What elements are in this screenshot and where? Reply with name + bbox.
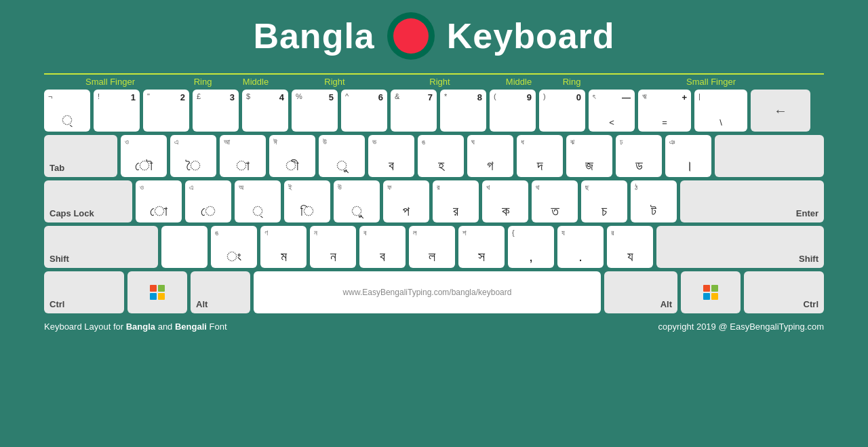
key-6[interactable]: ^ 6: [341, 90, 387, 132]
key-8[interactable]: * 8: [440, 90, 486, 132]
page-footer: Keyboard Layout for Bangla and Bengali F…: [44, 322, 824, 332]
key-shift-right[interactable]: Shift: [656, 226, 824, 268]
key-l[interactable]: ত থ: [532, 180, 578, 222]
key-1[interactable]: ! 1: [94, 90, 140, 132]
key-a[interactable]: ো ও: [136, 180, 182, 222]
key-y[interactable]: ব ভ: [368, 135, 414, 177]
page-header: Bangla Keyboard: [253, 12, 614, 60]
key-t[interactable]: ু উ: [319, 135, 365, 177]
key-s[interactable]: ে এ: [185, 180, 231, 222]
key-j[interactable]: র র: [433, 180, 479, 222]
key-capslock[interactable]: Caps Lock: [44, 180, 132, 222]
keyboard: ¬ ্ ! 1 " 2 £ 3 $ 4 % 5 ^ 6: [44, 90, 824, 313]
key-2[interactable]: " 2: [143, 90, 189, 132]
key-k[interactable]: ক খ: [482, 180, 528, 222]
title-left: Bangla: [253, 16, 374, 56]
key-enter-top[interactable]: [715, 135, 824, 177]
key-alt-right[interactable]: Alt: [604, 271, 677, 313]
key-shift-left[interactable]: Shift: [44, 226, 158, 268]
footer-right: copyright 2019 @ EasyBengaliTyping.com: [658, 322, 824, 332]
title-right: Keyboard: [447, 16, 615, 56]
key-win-right[interactable]: [681, 271, 741, 313]
key-ctrl-right[interactable]: Ctrl: [744, 271, 824, 313]
footer-left: Keyboard Layout for Bangla and Bengali F…: [44, 322, 227, 332]
key-o[interactable]: দ ধ: [517, 135, 563, 177]
zxcv-row: Shift ং ঙ ম ণ ন ন ব ব ল ল স শ ,: [44, 226, 824, 268]
bangladesh-flag: [387, 12, 435, 60]
key-z[interactable]: [161, 226, 208, 268]
key-comma[interactable]: , {: [508, 226, 554, 268]
key-backtick[interactable]: ¬ ্: [44, 90, 90, 132]
windows-icon-left: [150, 285, 165, 300]
key-f[interactable]: ি ই: [284, 180, 330, 222]
key-d[interactable]: ্ অ: [235, 180, 281, 222]
key-w[interactable]: ৈ এ: [170, 135, 216, 177]
key-semicolon[interactable]: চ ছ: [581, 180, 627, 222]
key-n[interactable]: ল ল: [409, 226, 455, 268]
key-9[interactable]: ( 9: [490, 90, 536, 132]
key-b[interactable]: ব ব: [359, 226, 406, 268]
key-x[interactable]: ং ঙ: [211, 226, 257, 268]
key-i[interactable]: গ ঘ: [467, 135, 513, 177]
finger-label-small-finger-right: Small Finger: [598, 73, 824, 87]
finger-label-small-finger-left: Small Finger: [44, 73, 176, 87]
key-q[interactable]: ৌ ও: [121, 135, 167, 177]
key-4[interactable]: $ 4: [242, 90, 288, 132]
key-apostrophe[interactable]: ট ঠ: [631, 180, 677, 222]
key-h[interactable]: প ফ: [383, 180, 429, 222]
finger-label-right-left: Right: [282, 73, 387, 87]
key-bracket-open[interactable]: ড ঢ: [616, 135, 662, 177]
key-0[interactable]: ) 0: [539, 90, 585, 132]
key-v[interactable]: ন ন: [310, 226, 356, 268]
key-space[interactable]: www.EasyBengaliTyping.com/bangla/keyboar…: [254, 271, 601, 313]
finger-label-ring-left: Ring: [176, 73, 229, 87]
key-period[interactable]: . য: [557, 226, 604, 268]
key-equals[interactable]: ঋ + =: [638, 90, 691, 132]
key-ctrl-left[interactable]: Ctrl: [44, 271, 124, 313]
key-r[interactable]: ী ঈ: [269, 135, 315, 177]
key-enter[interactable]: Enter: [680, 180, 824, 222]
key-backspace[interactable]: ←: [751, 90, 810, 132]
flag-circle: [393, 18, 429, 54]
finger-label-middle-left: Middle: [229, 73, 282, 87]
finger-label-middle-right: Middle: [492, 73, 545, 87]
key-u[interactable]: হ ঙ: [418, 135, 464, 177]
key-c[interactable]: ম ণ: [260, 226, 307, 268]
finger-label-right-right: Right: [387, 73, 492, 87]
key-3[interactable]: £ 3: [193, 90, 239, 132]
key-slash[interactable]: য র: [607, 226, 653, 268]
key-m[interactable]: স শ: [458, 226, 505, 268]
key-tab[interactable]: Tab: [44, 135, 117, 177]
key-p[interactable]: জ ঝ: [566, 135, 612, 177]
number-row: ¬ ্ ! 1 " 2 £ 3 $ 4 % 5 ^ 6: [44, 90, 824, 132]
key-e[interactable]: া আ: [220, 135, 266, 177]
key-alt-left[interactable]: Alt: [191, 271, 250, 313]
key-5[interactable]: % 5: [292, 90, 338, 132]
finger-label-ring-right: Ring: [545, 73, 598, 87]
qwerty-row: Tab ৌ ও ৈ এ া আ ী ঈ ু উ ব ভ হ ঙ: [44, 135, 824, 177]
key-bracket-close[interactable]: । ঞ: [665, 135, 711, 177]
bottom-row: Ctrl Alt www.EasyBengaliTyping.com/bangl…: [44, 271, 824, 313]
key-pipe[interactable]: | \: [694, 90, 747, 132]
finger-labels: Small Finger Ring Middle Right Right Mid…: [44, 73, 824, 87]
windows-icon-right: [703, 285, 718, 300]
asdf-row: Caps Lock ো ও ে এ ্ অ ি ই ু উ প ফ র র: [44, 180, 824, 222]
key-g[interactable]: ু উ: [334, 180, 380, 222]
key-7[interactable]: & 7: [391, 90, 437, 132]
key-win-left[interactable]: [127, 271, 187, 313]
key-minus[interactable]: ৎ — <: [589, 90, 635, 132]
